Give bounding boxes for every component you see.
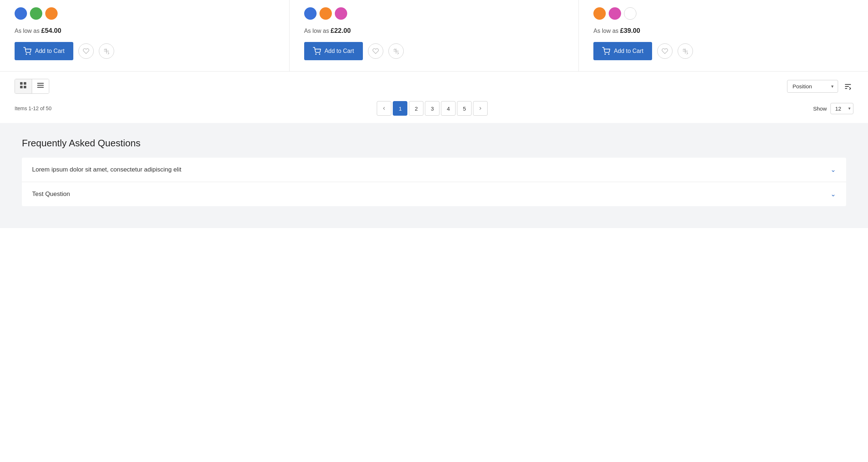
sort-order-button[interactable] (842, 81, 853, 92)
swatch-blue-2[interactable] (304, 7, 317, 20)
swatch-pink-2[interactable] (335, 7, 347, 20)
toolbar-right: Position Name Price ▾ (787, 80, 853, 93)
card-actions-2: Add to Cart (304, 42, 564, 60)
wishlist-button-3[interactable] (657, 43, 673, 59)
add-to-cart-button-1[interactable]: Add to Cart (15, 42, 73, 60)
page-button-4[interactable]: 4 (441, 101, 456, 116)
pagination-section: Items 1-12 of 50 1 2 3 4 5 Show 12 24 36… (0, 97, 868, 123)
cart-icon-1 (23, 47, 31, 55)
add-to-cart-label-1: Add to Cart (35, 48, 65, 54)
svg-rect-12 (24, 86, 26, 88)
list-view-button[interactable] (32, 79, 49, 93)
faq-chevron-icon-1: ⌄ (830, 166, 836, 174)
price-value-1: £54.00 (41, 27, 61, 34)
svg-rect-9 (20, 82, 23, 85)
card-actions-3: Add to Cart (593, 42, 853, 60)
swatch-green-1[interactable] (30, 7, 42, 20)
cart-icon-3 (602, 47, 610, 55)
items-count: Items 1-12 of 50 (15, 105, 51, 111)
price-line-3: As low as £39.00 (593, 27, 853, 35)
show-label: Show (813, 105, 827, 112)
card-actions-1: Add to Cart (15, 42, 275, 60)
faq-question-text-1: Lorem ipsum dolor sit amet, consectetur … (32, 166, 181, 173)
show-section: Show 12 24 36 48 ▾ (813, 103, 853, 114)
compare-icon-2 (393, 48, 399, 54)
svg-point-4 (319, 54, 320, 54)
faq-item-1: Lorem ipsum dolor sit amet, consectetur … (22, 158, 846, 182)
pagination: 1 2 3 4 5 (377, 101, 488, 116)
price-value-3: £39.00 (620, 27, 640, 34)
compare-button-3[interactable] (678, 43, 693, 59)
compare-button-2[interactable] (388, 43, 404, 59)
page-button-2[interactable]: 2 (409, 101, 423, 116)
faq-item-2: Test Question ⌄ (22, 182, 846, 206)
faq-question-2[interactable]: Test Question ⌄ (22, 182, 846, 206)
prev-icon (381, 106, 387, 111)
price-line-1: As low as £54.00 (15, 27, 275, 35)
faq-question-text-2: Test Question (32, 190, 70, 198)
svg-point-1 (30, 54, 30, 54)
cart-icon-2 (313, 47, 321, 55)
sort-select[interactable]: Position Name Price (787, 80, 838, 93)
toolbar: Position Name Price ▾ (0, 72, 868, 97)
svg-rect-10 (24, 82, 26, 85)
svg-point-7 (609, 54, 609, 54)
faq-chevron-icon-2: ⌄ (830, 190, 836, 198)
heart-icon-3 (662, 48, 668, 54)
compare-icon-1 (103, 48, 110, 54)
color-swatches-1 (15, 7, 275, 20)
svg-point-0 (26, 54, 27, 54)
add-to-cart-label-2: Add to Cart (325, 48, 354, 54)
price-prefix-3: As low as (593, 28, 620, 34)
compare-icon-3 (682, 48, 689, 54)
sort-order-icon (844, 82, 852, 91)
faq-question-1[interactable]: Lorem ipsum dolor sit amet, consectetur … (22, 158, 846, 182)
faq-title: Frequently Asked Questions (22, 138, 846, 149)
swatch-orange-3[interactable] (593, 7, 606, 20)
heart-icon-1 (83, 48, 89, 54)
page-button-1[interactable]: 1 (393, 101, 407, 116)
faq-container: Lorem ipsum dolor sit amet, consectetur … (22, 158, 846, 206)
add-to-cart-label-3: Add to Cart (614, 48, 643, 54)
price-prefix-2: As low as (304, 28, 331, 34)
product-card-1: As low as £54.00 Add to Cart (0, 0, 290, 71)
color-swatches-2 (304, 7, 564, 20)
swatch-orange-2[interactable] (319, 7, 332, 20)
products-row: As low as £54.00 Add to Cart (0, 0, 868, 72)
price-prefix-1: As low as (15, 28, 41, 34)
grid-view-button[interactable] (15, 79, 32, 93)
next-page-button[interactable] (473, 101, 488, 116)
color-swatches-3 (593, 7, 853, 20)
svg-rect-14 (37, 85, 44, 86)
wishlist-button-2[interactable] (368, 43, 383, 59)
swatch-white-3[interactable] (624, 7, 636, 20)
page-button-5[interactable]: 5 (457, 101, 472, 116)
list-icon (37, 82, 44, 89)
next-icon (478, 106, 483, 111)
svg-rect-11 (20, 86, 23, 88)
show-select[interactable]: 12 24 36 48 (830, 103, 853, 114)
svg-rect-15 (37, 87, 44, 88)
swatch-orange-1[interactable] (45, 7, 58, 20)
product-card-3: As low as £39.00 Add to Cart (579, 0, 868, 71)
svg-point-3 (315, 54, 316, 54)
show-select-wrapper: 12 24 36 48 ▾ (830, 103, 853, 114)
add-to-cart-button-2[interactable]: Add to Cart (304, 42, 363, 60)
wishlist-button-1[interactable] (78, 43, 94, 59)
price-value-2: £22.00 (331, 27, 351, 34)
bottom-space (0, 228, 868, 250)
add-to-cart-button-3[interactable]: Add to Cart (593, 42, 652, 60)
price-line-2: As low as £22.00 (304, 27, 564, 35)
product-card-2: As low as £22.00 Add to Cart (290, 0, 579, 71)
sort-select-wrapper: Position Name Price ▾ (787, 80, 838, 93)
swatch-blue-1[interactable] (15, 7, 27, 20)
svg-rect-13 (37, 83, 44, 84)
faq-section: Frequently Asked Questions Lorem ipsum d… (0, 123, 868, 228)
swatch-pink-3[interactable] (609, 7, 621, 20)
compare-button-1[interactable] (99, 43, 114, 59)
page-button-3[interactable]: 3 (425, 101, 439, 116)
view-toggle-group (15, 79, 49, 94)
grid-icon (20, 82, 27, 89)
prev-page-button[interactable] (377, 101, 391, 116)
svg-point-6 (605, 54, 606, 54)
